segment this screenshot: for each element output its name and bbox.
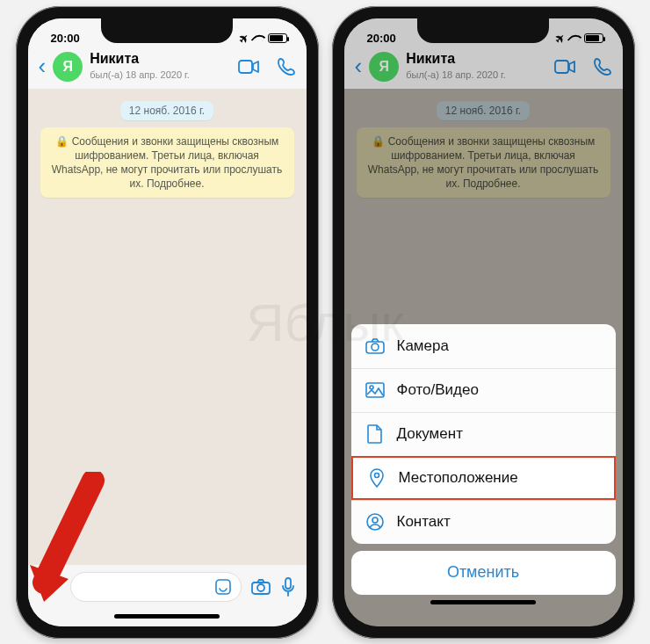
location-icon: [367, 468, 386, 488]
avatar[interactable]: Я: [53, 52, 83, 82]
sheet-item-document[interactable]: Документ: [351, 412, 616, 456]
status-time: 20:00: [367, 32, 396, 45]
sheet-item-label: Фото/Видео: [397, 381, 479, 399]
back-button[interactable]: ‹: [39, 53, 47, 80]
chat-header: ‹ Я Никита был(-а) 18 апр. 2020 г.: [344, 45, 623, 89]
document-icon: [365, 424, 385, 444]
notch: [101, 18, 233, 43]
svg-rect-0: [239, 61, 252, 73]
last-seen-label: был(-а) 18 апр. 2020 г.: [90, 69, 190, 80]
svg-point-10: [374, 473, 379, 477]
home-indicator: [351, 600, 616, 612]
sheet-item-label: Местоположение: [399, 469, 518, 487]
contact-icon: [365, 513, 385, 531]
voice-call-button[interactable]: [277, 57, 296, 76]
last-seen-label: был(-а) 18 апр. 2020 г.: [406, 69, 506, 80]
message-input[interactable]: [70, 572, 242, 602]
svg-rect-8: [366, 383, 384, 397]
camera-icon: [365, 338, 385, 354]
voice-call-button[interactable]: [593, 57, 612, 76]
input-bar: +: [28, 565, 307, 614]
mic-button[interactable]: [280, 576, 296, 597]
attach-action-sheet: Камера Фото/Видео Документ: [351, 324, 616, 612]
avatar[interactable]: Я: [369, 52, 399, 82]
sheet-item-photo-video[interactable]: Фото/Видео: [351, 368, 616, 412]
chat-body: 12 нояб. 2016 г. 🔒Сообщения и звонки защ…: [28, 89, 307, 565]
sheet-item-label: Контакт: [397, 513, 451, 531]
airplane-mode-icon: ✈: [552, 30, 567, 46]
attach-button[interactable]: +: [39, 573, 61, 601]
svg-point-7: [372, 344, 379, 351]
sheet-item-location[interactable]: Местоположение: [351, 456, 616, 500]
sheet-cancel-button[interactable]: Отменить: [351, 551, 616, 595]
airplane-mode-icon: ✈: [235, 30, 251, 46]
svg-point-9: [370, 386, 373, 389]
phone-left: 20:00 ✈ ‹ Я Никита был(-а) 18 апр. 2020 …: [16, 6, 319, 639]
wifi-icon: [568, 33, 581, 43]
date-pill: 12 нояб. 2016 г.: [120, 101, 213, 120]
back-button[interactable]: ‹: [355, 53, 363, 80]
sheet-item-camera[interactable]: Камера: [351, 324, 616, 368]
video-call-button[interactable]: [554, 57, 575, 76]
svg-rect-4: [285, 578, 291, 589]
status-time: 20:00: [51, 32, 80, 45]
contact-name[interactable]: Никита: [406, 51, 506, 67]
photo-icon: [365, 382, 385, 398]
chat-header: ‹ Я Никита был(-а) 18 апр. 2020 г.: [28, 45, 307, 89]
svg-rect-5: [555, 61, 568, 73]
notch: [417, 18, 549, 43]
sheet-item-label: Документ: [397, 425, 463, 443]
video-call-button[interactable]: [238, 57, 259, 76]
battery-icon: [268, 33, 287, 43]
contact-name[interactable]: Никита: [90, 51, 190, 67]
home-indicator: [28, 614, 307, 626]
battery-icon: [584, 33, 603, 43]
wifi-icon: [252, 33, 264, 43]
encryption-notice[interactable]: 🔒Сообщения и звонки защищены сквозным ши…: [40, 127, 294, 199]
camera-button[interactable]: [250, 578, 271, 596]
sheet-item-contact[interactable]: Контакт: [351, 500, 616, 544]
sticker-icon[interactable]: [214, 578, 232, 596]
svg-point-12: [372, 517, 378, 523]
lock-icon: 🔒: [55, 134, 69, 148]
sheet-item-label: Камера: [397, 337, 449, 355]
svg-point-3: [257, 584, 264, 591]
phone-right: 20:00 ✈ ‹ Я Никита был(-а) 18 апр. 2020 …: [332, 6, 635, 639]
